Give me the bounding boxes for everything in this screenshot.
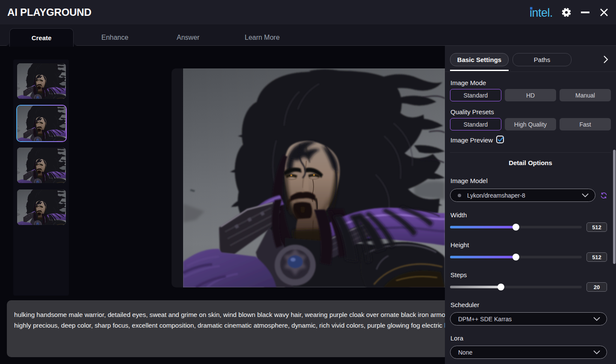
svg-text:intel.: intel. [530, 6, 553, 19]
